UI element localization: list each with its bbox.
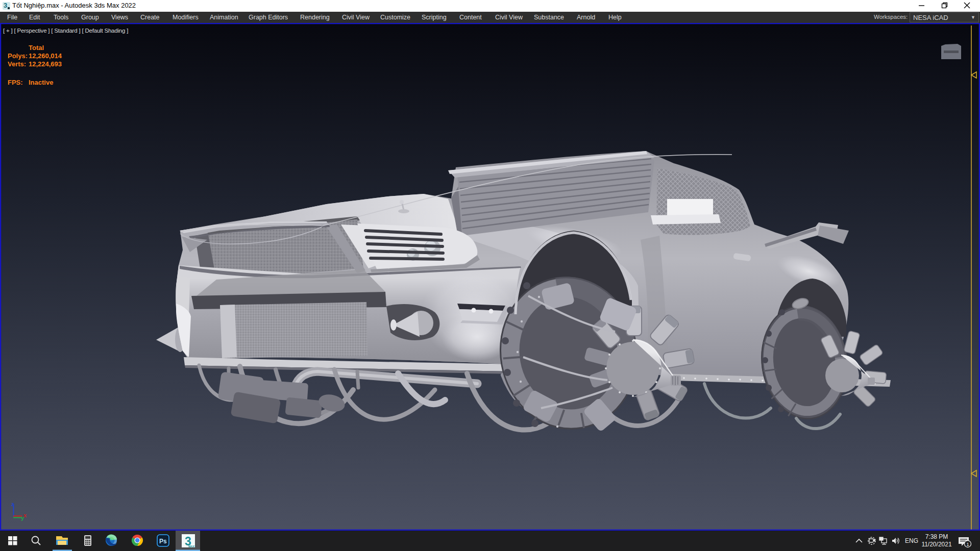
svg-text:y: y	[21, 515, 24, 521]
svg-text:7:38 PM: 7:38 PM	[925, 533, 948, 540]
svg-text:MAX: MAX	[188, 545, 195, 548]
svg-text:11/20/2021: 11/20/2021	[921, 541, 951, 548]
svg-text:ENG: ENG	[905, 537, 918, 544]
svg-text:z: z	[11, 501, 14, 507]
svg-text:Ps: Ps	[159, 538, 167, 545]
svg-text:1: 1	[966, 542, 969, 547]
